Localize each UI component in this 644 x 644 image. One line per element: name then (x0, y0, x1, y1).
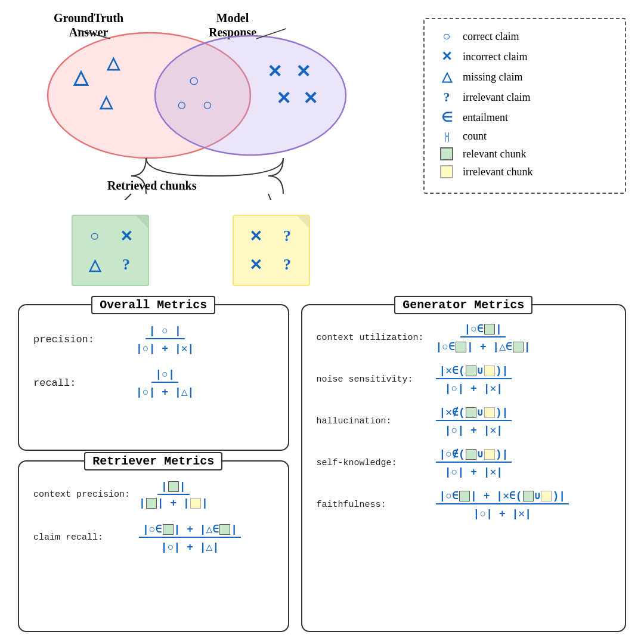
pipe2: | (175, 325, 181, 337)
claim-recall-num: |○∈| + |△∈| (139, 522, 241, 538)
x-icon: ✕ (436, 49, 457, 64)
legend-incorrect-label: incorrect claim (463, 51, 527, 63)
svg-text:✕: ✕ (267, 61, 282, 81)
ctx-prec-num: || (157, 481, 190, 495)
context-precision-label: context precision: (33, 490, 132, 500)
legend-incorrect: ✕ incorrect claim (436, 49, 613, 64)
left-col: Overall Metrics precision: | ○ | |○| + |… (18, 304, 289, 632)
faithfulness-fraction: |○∈| + |✕∈(∪)| |○| + |✕| (436, 489, 569, 520)
legend-relevant-chunk-label: relevant chunk (463, 148, 526, 160)
ctx-util-fraction: |○∈| |○∈| + |△∈| (436, 322, 531, 353)
noise-sensitivity-row: noise sensitivity: |✕∈(∪)| |○| + |✕| (317, 364, 611, 395)
noise-sensitivity-label: noise sensitivity: (317, 374, 430, 385)
yellow-sq-icon (436, 165, 457, 178)
svg-text:○: ○ (203, 95, 213, 114)
retriever-metrics-box: Retriever Metrics context precision: || … (18, 460, 289, 632)
venn-svg: △ △ △ ○ ○ ○ ✕ ✕ ✕ ✕ (18, 0, 370, 167)
precision-denominator: |○| + |✕| (136, 340, 194, 355)
svg-text:○: ○ (177, 95, 187, 114)
green-chunk-card: ○ ✕ △ ? (72, 215, 149, 286)
self-knowledge-num: |○∉(∪)| (436, 447, 512, 463)
legend-irrelevant-label: irrelevant claim (463, 91, 530, 104)
context-utilization-row: context utilization: |○∈| |○∈| + |△∈| (317, 322, 611, 353)
self-knowledge-label: self-knowledge: (317, 458, 430, 468)
legend-box: ○ correct claim ✕ incorrect claim △ miss… (423, 18, 626, 194)
faithfulness-label: faithfulness: (317, 500, 430, 510)
legend-irrelevant-chunk: irrelevant chunk (436, 165, 613, 178)
legend-correct: ○ correct claim (436, 29, 613, 44)
circle-sym1: ○ (162, 324, 168, 336)
bottom-section: Overall Metrics precision: | ○ | |○| + |… (0, 298, 644, 644)
top-section: GroundTruth Answer Model Response △ △ △ … (0, 0, 644, 298)
generator-metrics-title: Generator Metrics (394, 296, 532, 314)
circle-icon: ○ (436, 29, 457, 44)
svg-text:△: △ (99, 92, 113, 111)
precision-numerator: | ○ | (145, 324, 185, 339)
legend-missing-label: missing claim (463, 71, 523, 83)
legend-entailment-label: entailment (463, 112, 508, 124)
brace-svg (54, 152, 316, 200)
recall-denominator: |○| + |△| (136, 384, 194, 398)
cell-x2: ✕ (242, 224, 269, 248)
green-sq-icon (436, 147, 457, 160)
svg-text:△: △ (106, 54, 120, 72)
svg-text:○: ○ (188, 70, 199, 90)
legend-irrelevant: ? irrelevant claim (436, 89, 613, 105)
cell-x1: ✕ (113, 224, 140, 248)
pipe1: | (149, 325, 156, 337)
svg-line-14 (116, 194, 131, 200)
claim-recall-label: claim recall: (33, 532, 132, 543)
triangle-icon: △ (436, 69, 457, 85)
hallucination-den: |○| + |✕| (445, 422, 503, 436)
recall-fraction: |○| |○| + |△| (136, 368, 194, 398)
legend-entailment: ∈ entailment (436, 110, 613, 125)
precision-label: precision: (33, 334, 129, 345)
legend-irrelevant-chunk-label: irrelevant chunk (463, 166, 532, 178)
right-col: Generator Metrics context utilization: |… (301, 304, 626, 632)
svg-text:✕: ✕ (296, 61, 311, 81)
faithfulness-row: faithfulness: |○∈| + |✕∈(∪)| |○| + |✕| (317, 489, 611, 520)
legend-relevant-chunk: relevant chunk (436, 147, 613, 160)
context-utilization-label: context utilization: (317, 333, 430, 343)
svg-text:△: △ (73, 66, 89, 88)
yellow-chunk-card: ✕ ? ✕ ? (233, 215, 310, 286)
claim-recall-row: claim recall: |○∈| + |△∈| |○| + |△| (33, 522, 274, 553)
venn-area: GroundTruth Answer Model Response △ △ △ … (18, 0, 388, 298)
cell-q3: ? (274, 253, 301, 277)
overall-metrics-title: Overall Metrics (91, 296, 215, 314)
hallucination-row: hallucination: |✕∉(∪)| |○| + |✕| (317, 405, 611, 436)
retriever-metrics-title: Retriever Metrics (84, 452, 222, 470)
legend-count-label: count (463, 130, 487, 143)
noise-sens-den: |○| + |✕| (445, 380, 503, 395)
noise-sens-num: |✕∈(∪)| (436, 364, 512, 379)
overall-metrics-box: Overall Metrics precision: | ○ | |○| + |… (18, 304, 289, 451)
svg-text:✕: ✕ (276, 88, 291, 108)
cell-triangle1: △ (81, 253, 108, 277)
precision-fraction: | ○ | |○| + |✕| (136, 324, 194, 355)
svg-text:✕: ✕ (303, 88, 318, 108)
cell-q2: ? (274, 224, 301, 248)
cell-x3: ✕ (242, 253, 269, 277)
claim-recall-den: |○| + |△| (161, 539, 219, 553)
ctx-util-num: |○∈| (460, 322, 505, 338)
legend-correct-label: correct claim (463, 30, 519, 43)
count-icon: |·| (436, 131, 457, 142)
recall-label: recall: (33, 377, 129, 389)
svg-line-12 (78, 30, 110, 39)
element-of-icon: ∈ (436, 110, 457, 125)
claim-recall-fraction: |○∈| + |△∈| |○| + |△| (139, 522, 241, 553)
legend-count: |·| count (436, 130, 613, 143)
context-precision-row: context precision: || || + || (33, 481, 274, 509)
generator-metrics-box: Generator Metrics context utilization: |… (301, 304, 626, 632)
self-knowledge-den: |○| + |✕| (445, 464, 503, 478)
cell-circle: ○ (81, 224, 108, 248)
question-icon: ? (436, 89, 457, 105)
self-knowledge-row: self-knowledge: |○∉(∪)| |○| + |✕| (317, 447, 611, 478)
context-precision-fraction: || || + || (139, 481, 208, 509)
hallucination-fraction: |✕∉(∪)| |○| + |✕| (436, 405, 512, 436)
hallucination-label: hallucination: (317, 416, 430, 426)
noise-sens-fraction: |✕∈(∪)| |○| + |✕| (436, 364, 512, 395)
hallucination-num: |✕∉(∪)| (436, 405, 512, 421)
cell-q1: ? (113, 253, 140, 277)
self-knowledge-fraction: |○∉(∪)| |○| + |✕| (436, 447, 512, 478)
